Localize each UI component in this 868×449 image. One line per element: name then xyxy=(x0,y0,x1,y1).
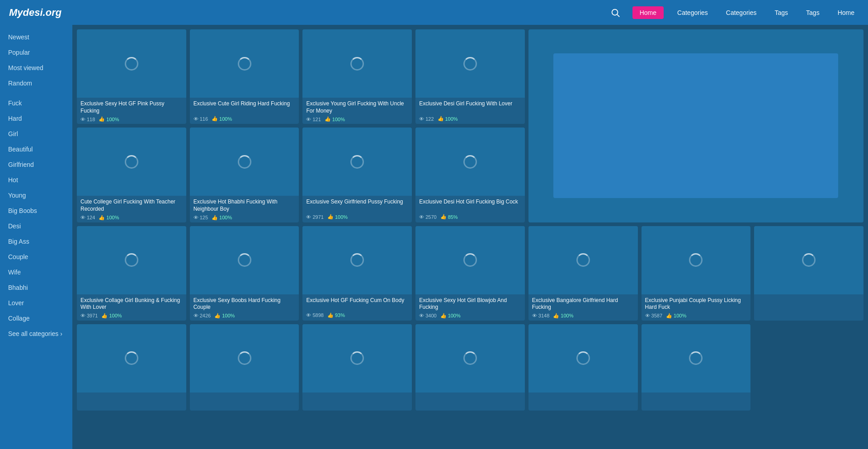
eye-icon-1: 👁 xyxy=(80,117,85,122)
video-title-4: Exclusive Desi Girl Fucking With Lover xyxy=(419,100,521,114)
video-thumb-20 xyxy=(528,324,638,392)
video-title-12: Exclusive Sexy Hot Girl Blowjob And Fuck… xyxy=(419,297,521,311)
video-card-12[interactable]: Exclusive Sexy Hot Girl Blowjob And Fuck… xyxy=(415,226,525,321)
video-card-13[interactable]: Exclusive Bangalore Girlfriend Hard Fuck… xyxy=(528,226,638,321)
views-1: 👁118 xyxy=(80,117,95,122)
advertisement-tile xyxy=(528,29,863,222)
thumb-icon-4: 👍 xyxy=(438,116,444,122)
video-card-4[interactable]: Exclusive Desi Girl Fucking With Lover 👁… xyxy=(415,29,525,124)
video-title-21 xyxy=(645,395,747,409)
sidebar-divider xyxy=(0,91,72,95)
video-card-6[interactable]: Exclusive Hot Bhabhi Fucking With Neighb… xyxy=(190,128,299,222)
sidebar-item-lover[interactable]: Lover xyxy=(0,295,72,311)
video-card-5[interactable]: Cute College Girl Fucking With Teacher R… xyxy=(77,128,186,222)
sidebar-item-couple[interactable]: Couple xyxy=(0,249,72,265)
eye-icon-10: 👁 xyxy=(193,313,198,318)
thumb-icon-6: 👍 xyxy=(212,215,218,221)
nav-categories-1[interactable]: Categories xyxy=(673,6,712,19)
video-title-5: Cute College Girl Fucking With Teacher R… xyxy=(80,199,183,213)
sidebar-item-wife[interactable]: Wife xyxy=(0,265,72,280)
thumb-icon-11: 👍 xyxy=(327,312,334,318)
sidebar-item-hot[interactable]: Hot xyxy=(0,172,72,188)
video-title-20 xyxy=(532,395,634,409)
video-card-8[interactable]: Exclusive Desi Hot Girl Fucking Big Cock… xyxy=(415,128,525,222)
thumb-icon-12: 👍 xyxy=(440,313,447,319)
eye-icon-11: 👁 xyxy=(306,312,311,318)
video-meta-2: 👁116 👍100% xyxy=(193,116,296,122)
video-card-19[interactable] xyxy=(415,324,525,411)
sidebar-item-girl[interactable]: Girl xyxy=(0,126,72,142)
video-meta-8: 👁2570 👍85% xyxy=(419,214,521,220)
site-logo[interactable]: Mydesi.org xyxy=(9,7,61,19)
video-thumb-17 xyxy=(190,324,299,392)
thumb-icon-2: 👍 xyxy=(212,116,218,122)
video-thumb-11 xyxy=(302,226,412,294)
video-title-7: Exclusive Sexy Girlfriend Pussy Fucking xyxy=(306,199,408,212)
video-card-17[interactable] xyxy=(190,324,299,411)
video-meta-5: 👁124 👍100% xyxy=(80,215,183,221)
nav-tags-1[interactable]: Tags xyxy=(770,6,793,19)
sidebar-item-newest[interactable]: Newest xyxy=(0,29,72,45)
video-title-6: Exclusive Hot Bhabhi Fucking With Neighb… xyxy=(193,199,296,213)
video-card-11[interactable]: Exclusive Hot GF Fucking Cum On Body 👁58… xyxy=(302,226,412,321)
nav-tags-2[interactable]: Tags xyxy=(802,6,824,19)
sidebar-item-young[interactable]: Young xyxy=(0,188,72,203)
video-meta-12: 👁3400 👍100% xyxy=(419,313,521,319)
video-thumb-8 xyxy=(415,128,525,196)
video-thumb-9 xyxy=(77,226,186,294)
video-card-7[interactable]: Exclusive Sexy Girlfriend Pussy Fucking … xyxy=(302,128,412,222)
video-thumb-18 xyxy=(302,324,412,392)
sidebar-item-desi[interactable]: Desi xyxy=(0,218,72,234)
video-meta-4: 👁122 👍100% xyxy=(419,116,521,122)
eye-icon-13: 👁 xyxy=(532,313,537,318)
thumb-icon-14: 👍 xyxy=(666,313,672,319)
video-card-20[interactable] xyxy=(528,324,638,411)
video-meta-10: 👁2426 👍100% xyxy=(193,313,296,319)
video-title-15 xyxy=(758,297,860,311)
video-title-13: Exclusive Bangalore Girlfriend Hard Fuck… xyxy=(532,297,634,311)
video-title-16 xyxy=(80,395,183,409)
video-card-21[interactable] xyxy=(642,324,751,411)
see-all-categories[interactable]: See all categories › xyxy=(0,326,72,341)
video-card-2[interactable]: Exclusive Cute Girl Riding Hard Fucking … xyxy=(190,29,299,124)
sidebar-item-bhabhi[interactable]: Bhabhi xyxy=(0,280,72,295)
nav-categories-2[interactable]: Categories xyxy=(722,6,761,19)
eye-icon-14: 👁 xyxy=(645,313,650,318)
video-card-15[interactable] xyxy=(754,226,863,321)
home-button-active[interactable]: Home xyxy=(632,6,664,19)
video-card-16[interactable] xyxy=(77,324,186,411)
eye-icon-2: 👁 xyxy=(193,116,198,122)
video-card-3[interactable]: Exclusive Young Girl Fucking With Uncle … xyxy=(302,29,412,124)
video-grid: Exclusive Sexy Hot GF Pink Pussy Fucking… xyxy=(77,29,863,411)
video-thumb-13 xyxy=(528,226,638,294)
search-button[interactable] xyxy=(607,5,623,21)
video-thumb-19 xyxy=(415,324,525,392)
sidebar-item-random[interactable]: Random xyxy=(0,76,72,91)
video-card-1[interactable]: Exclusive Sexy Hot GF Pink Pussy Fucking… xyxy=(77,29,186,124)
video-thumb-12 xyxy=(415,226,525,294)
sidebar-item-big-ass[interactable]: Big Ass xyxy=(0,234,72,249)
sidebar-item-collage[interactable]: Collage xyxy=(0,311,72,326)
video-meta-6: 👁125 👍100% xyxy=(193,215,296,221)
header: Mydesi.org Home Categories Categories Ta… xyxy=(0,0,868,25)
video-card-10[interactable]: Exclusive Sexy Boobs Hard Fucking Couple… xyxy=(190,226,299,321)
video-title-2: Exclusive Cute Girl Riding Hard Fucking xyxy=(193,100,296,114)
sidebar-item-most-viewed[interactable]: Most viewed xyxy=(0,60,72,76)
video-card-14[interactable]: Exclusive Punjabi Couple Pussy Licking H… xyxy=(642,226,751,321)
thumb-icon-13: 👍 xyxy=(553,313,559,319)
sidebar-item-fuck[interactable]: Fuck xyxy=(0,95,72,111)
sidebar-item-hard[interactable]: Hard xyxy=(0,111,72,126)
video-card-18[interactable] xyxy=(302,324,412,411)
ad-content xyxy=(553,53,838,198)
nav-home-2[interactable]: Home xyxy=(833,6,859,19)
video-title-17 xyxy=(193,395,296,409)
sidebar-item-big-boobs[interactable]: Big Boobs xyxy=(0,203,72,218)
video-card-9[interactable]: Exclusive Collage Girl Bunking & Fucking… xyxy=(77,226,186,321)
video-title-10: Exclusive Sexy Boobs Hard Fucking Couple xyxy=(193,297,296,311)
sidebar-item-popular[interactable]: Popular xyxy=(0,45,72,60)
rating-1: 👍100% xyxy=(99,116,119,122)
sidebar-item-girlfriend[interactable]: Girlfriend xyxy=(0,157,72,172)
video-thumb-6 xyxy=(190,128,299,196)
sidebar-item-beautiful[interactable]: Beautiful xyxy=(0,142,72,157)
video-thumb-3 xyxy=(302,29,412,98)
